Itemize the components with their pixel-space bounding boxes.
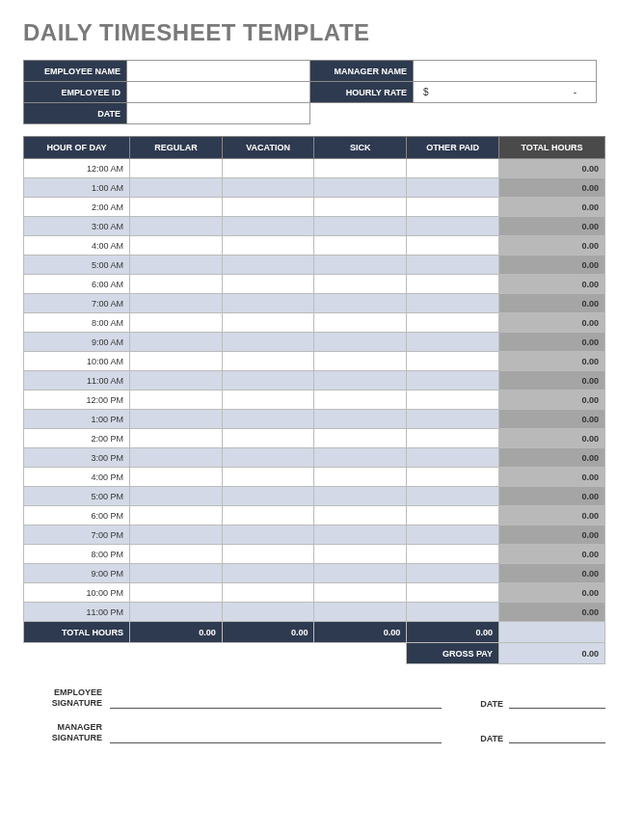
sick-cell[interactable] bbox=[314, 487, 407, 506]
other-cell[interactable] bbox=[407, 429, 499, 448]
vacation-cell[interactable] bbox=[222, 410, 314, 429]
vacation-cell[interactable] bbox=[222, 448, 314, 468]
sick-cell[interactable] bbox=[314, 236, 407, 256]
other-cell[interactable] bbox=[407, 506, 499, 525]
sick-cell[interactable] bbox=[314, 333, 407, 352]
vacation-cell[interactable] bbox=[222, 178, 314, 198]
sick-cell[interactable] bbox=[314, 178, 407, 198]
regular-cell[interactable] bbox=[130, 429, 223, 448]
vacation-cell[interactable] bbox=[222, 159, 314, 178]
vacation-cell[interactable] bbox=[222, 525, 314, 545]
regular-cell[interactable] bbox=[130, 294, 223, 313]
regular-cell[interactable] bbox=[130, 236, 223, 256]
regular-cell[interactable] bbox=[130, 487, 223, 506]
regular-cell[interactable] bbox=[130, 410, 223, 429]
regular-cell[interactable] bbox=[130, 352, 223, 371]
hourly-rate-input[interactable]: $- bbox=[414, 82, 597, 103]
sick-cell[interactable] bbox=[314, 371, 407, 391]
sick-cell[interactable] bbox=[314, 159, 407, 178]
vacation-cell[interactable] bbox=[222, 564, 314, 583]
manager-signature-line[interactable] bbox=[110, 726, 442, 743]
sick-cell[interactable] bbox=[314, 275, 407, 294]
vacation-cell[interactable] bbox=[222, 506, 314, 525]
manager-signature-date-line[interactable] bbox=[509, 726, 605, 743]
sick-cell[interactable] bbox=[314, 603, 407, 622]
sick-cell[interactable] bbox=[314, 545, 407, 564]
sick-cell[interactable] bbox=[314, 294, 407, 313]
employee-id-input[interactable] bbox=[127, 82, 310, 103]
regular-cell[interactable] bbox=[130, 545, 223, 564]
other-cell[interactable] bbox=[407, 256, 499, 275]
regular-cell[interactable] bbox=[130, 333, 223, 352]
sick-cell[interactable] bbox=[314, 525, 407, 545]
vacation-cell[interactable] bbox=[222, 313, 314, 333]
manager-name-input[interactable] bbox=[414, 61, 597, 82]
other-cell[interactable] bbox=[407, 275, 499, 294]
other-cell[interactable] bbox=[407, 487, 499, 506]
other-cell[interactable] bbox=[407, 564, 499, 583]
sick-cell[interactable] bbox=[314, 429, 407, 448]
other-cell[interactable] bbox=[407, 545, 499, 564]
regular-cell[interactable] bbox=[130, 198, 223, 217]
vacation-cell[interactable] bbox=[222, 294, 314, 313]
regular-cell[interactable] bbox=[130, 391, 223, 410]
sick-cell[interactable] bbox=[314, 313, 407, 333]
other-cell[interactable] bbox=[407, 525, 499, 545]
regular-cell[interactable] bbox=[130, 506, 223, 525]
sick-cell[interactable] bbox=[314, 256, 407, 275]
other-cell[interactable] bbox=[407, 333, 499, 352]
vacation-cell[interactable] bbox=[222, 236, 314, 256]
regular-cell[interactable] bbox=[130, 448, 223, 468]
regular-cell[interactable] bbox=[130, 313, 223, 333]
other-cell[interactable] bbox=[407, 217, 499, 236]
vacation-cell[interactable] bbox=[222, 583, 314, 603]
vacation-cell[interactable] bbox=[222, 603, 314, 622]
other-cell[interactable] bbox=[407, 352, 499, 371]
vacation-cell[interactable] bbox=[222, 487, 314, 506]
employee-signature-line[interactable] bbox=[110, 691, 442, 709]
regular-cell[interactable] bbox=[130, 371, 223, 391]
other-cell[interactable] bbox=[407, 371, 499, 391]
vacation-cell[interactable] bbox=[222, 429, 314, 448]
other-cell[interactable] bbox=[407, 583, 499, 603]
other-cell[interactable] bbox=[407, 391, 499, 410]
vacation-cell[interactable] bbox=[222, 391, 314, 410]
other-cell[interactable] bbox=[407, 236, 499, 256]
employee-name-input[interactable] bbox=[127, 61, 310, 82]
regular-cell[interactable] bbox=[130, 256, 223, 275]
vacation-cell[interactable] bbox=[222, 333, 314, 352]
vacation-cell[interactable] bbox=[222, 256, 314, 275]
sick-cell[interactable] bbox=[314, 198, 407, 217]
regular-cell[interactable] bbox=[130, 564, 223, 583]
vacation-cell[interactable] bbox=[222, 545, 314, 564]
sick-cell[interactable] bbox=[314, 391, 407, 410]
regular-cell[interactable] bbox=[130, 583, 223, 603]
vacation-cell[interactable] bbox=[222, 468, 314, 487]
regular-cell[interactable] bbox=[130, 468, 223, 487]
other-cell[interactable] bbox=[407, 198, 499, 217]
sick-cell[interactable] bbox=[314, 352, 407, 371]
other-cell[interactable] bbox=[407, 603, 499, 622]
other-cell[interactable] bbox=[407, 294, 499, 313]
regular-cell[interactable] bbox=[130, 275, 223, 294]
other-cell[interactable] bbox=[407, 448, 499, 468]
vacation-cell[interactable] bbox=[222, 198, 314, 217]
other-cell[interactable] bbox=[407, 468, 499, 487]
regular-cell[interactable] bbox=[130, 217, 223, 236]
vacation-cell[interactable] bbox=[222, 352, 314, 371]
sick-cell[interactable] bbox=[314, 410, 407, 429]
sick-cell[interactable] bbox=[314, 506, 407, 525]
regular-cell[interactable] bbox=[130, 525, 223, 545]
other-cell[interactable] bbox=[407, 159, 499, 178]
regular-cell[interactable] bbox=[130, 603, 223, 622]
date-input[interactable] bbox=[127, 103, 310, 124]
sick-cell[interactable] bbox=[314, 448, 407, 468]
other-cell[interactable] bbox=[407, 178, 499, 198]
sick-cell[interactable] bbox=[314, 583, 407, 603]
vacation-cell[interactable] bbox=[222, 217, 314, 236]
other-cell[interactable] bbox=[407, 410, 499, 429]
sick-cell[interactable] bbox=[314, 217, 407, 236]
vacation-cell[interactable] bbox=[222, 275, 314, 294]
regular-cell[interactable] bbox=[130, 178, 223, 198]
vacation-cell[interactable] bbox=[222, 371, 314, 391]
